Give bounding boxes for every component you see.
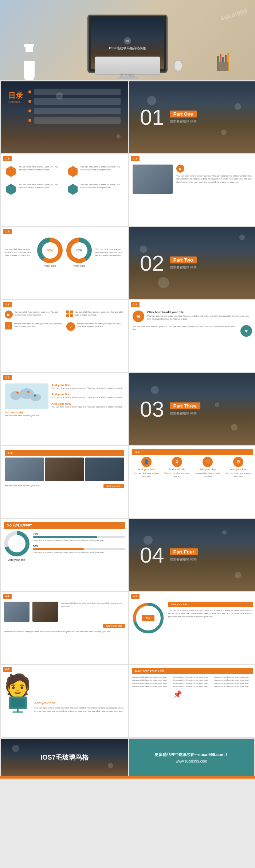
headphone-icon: ♪ xyxy=(66,322,75,331)
add-title-3-3: Add your title xyxy=(8,558,26,562)
presenter-4-3: 🧑 xyxy=(4,675,31,713)
vase-body xyxy=(24,61,35,80)
slide-2-2-content: ⊕ Click here to add your title. You can … xyxy=(133,310,252,337)
body-4-2: You can click here to enter your text. Y… xyxy=(168,609,253,618)
progress-fill-70 xyxy=(33,536,97,538)
slide-2-2-inner: 2-2 ⊕ Click here to add your title. You … xyxy=(129,300,255,340)
body-2-2: You can click here to enter your text. Y… xyxy=(147,315,252,321)
item-1-1-4: You can click here to enter your text. Y… xyxy=(67,183,124,196)
part-three-subtitle: 您需要在格格 格格 xyxy=(170,411,200,416)
slide-1-1: 1-1 You can click here to enter your tex… xyxy=(1,154,128,226)
pencils-decoration xyxy=(217,49,230,71)
text-area-1-2: ▶ You can click here to enter your text.… xyxy=(176,165,252,194)
text-1-2-body: You can click here to enter your text. Y… xyxy=(176,174,252,184)
contents-list xyxy=(28,89,121,148)
slide-3-3-inner: 3-3 玩转大学PPT Add your title 70% xyxy=(1,519,128,564)
circle-chart-4-2: Title xyxy=(132,602,165,634)
contents-subtitle: Contents xyxy=(8,100,23,104)
bar-3 xyxy=(34,108,121,114)
pie-2: 40% Your Title xyxy=(66,238,92,267)
slide-2-2: 2-2 ⊕ Click here to add your title. You … xyxy=(129,300,255,372)
slide-3-2-inner: 3-2 👤 Add your title You can click here … xyxy=(129,446,255,481)
part-one-content: Part One 您需要在格格 格格 xyxy=(170,111,197,124)
slide-4-1-label: 4-1 xyxy=(3,594,12,599)
col-3-2-2: ✗ Add your title You can click here to e… xyxy=(162,457,191,478)
site-watermark: sucai999 xyxy=(220,8,248,22)
text-4-4-1: You can click here to enter your text. Y… xyxy=(132,676,171,688)
body-4-3: You can click here to enter your text. Y… xyxy=(34,706,125,713)
watermark: 黄鸟图库 xyxy=(120,73,135,78)
map-pin-2 xyxy=(27,391,30,393)
bokeh-part2-3 xyxy=(239,235,245,240)
slide-1-3: 1-3 You can click here to enter your tex… xyxy=(1,227,128,299)
svg-marker-1 xyxy=(6,184,16,195)
part-four-subtitle: 您需要在格格 格格 xyxy=(170,557,198,562)
row-bottom-2-2: You can click here to enter your text. Y… xyxy=(133,325,252,337)
hex-container-1 xyxy=(5,165,16,178)
slide-4-4-grid: You can click here to enter your text. Y… xyxy=(132,676,253,699)
text-side-1-3-right: You can click here to enter your text te… xyxy=(95,248,124,257)
slide-1-1-label: 1-1 xyxy=(3,156,12,161)
donut-inner-70 xyxy=(8,535,26,552)
bokeh-part1-1 xyxy=(147,96,156,105)
body-2-2-left: You can click here to enter your text. Y… xyxy=(133,325,238,331)
keyboard xyxy=(95,57,160,75)
hex-container-4 xyxy=(67,183,78,196)
text-content-3: You can click here to enter your text. Y… xyxy=(19,183,62,189)
slide-3-1-inner: 3-1 You can click here to enter your tex… xyxy=(1,446,128,492)
circle-svg: Title xyxy=(132,602,165,634)
grid-cell-2 xyxy=(70,310,73,313)
item-1-1-1: You can click here to enter your text. Y… xyxy=(5,165,62,178)
grid-cell-4 xyxy=(70,314,73,317)
slide-1-2-content: ▶ You can click here to enter your text.… xyxy=(133,165,252,194)
hex-svg-4 xyxy=(67,183,78,196)
play-button-1-2[interactable]: ▶ xyxy=(176,165,184,173)
body-2-3-1: You can click here to enter your text. Y… xyxy=(51,387,124,390)
slide-2-1-grid: ▶ You can click here to enter your text.… xyxy=(5,310,124,331)
text-content-1: You can click here to enter your text. Y… xyxy=(19,165,62,171)
slide-4-2-content: Title Add your title You can click here … xyxy=(132,602,253,634)
dot-3 xyxy=(28,109,31,112)
contents-item-1 xyxy=(28,89,121,95)
col-title-3-2-4: Add your title xyxy=(230,468,247,471)
monitor-container: ios IOS7毛玻璃鸟格高档模板 黄鸟图库 sucai999 xyxy=(0,0,255,80)
item-1-1-3: You can click here to enter your text. Y… xyxy=(5,183,62,196)
title-2-3-2: Add your title. xyxy=(51,393,124,396)
col-4-4-1: You can click here to enter your text. Y… xyxy=(132,676,171,699)
slide-4-2-label: 4-2 xyxy=(131,594,140,599)
slide-3-3-bar: 3-3 玩转大学PPT xyxy=(4,522,125,529)
hex-container-2 xyxy=(67,165,78,178)
slide-2-3-label: 2-3 xyxy=(3,375,12,380)
bokeh-part4-3 xyxy=(222,530,227,535)
row-top-2-2: ⊕ Click here to add your title. You can … xyxy=(133,310,252,322)
hex-svg-2 xyxy=(67,165,78,178)
text-progress-55: You can click here to enter your text. Y… xyxy=(33,551,125,554)
screen-4-3 xyxy=(9,697,27,709)
text-2-3-2: Add your title. You can click here to en… xyxy=(51,393,124,399)
slide-3-3: 3-3 玩转大学PPT Add your title 70% xyxy=(1,519,128,591)
text-2-2-top: Click here to add your title. You can cl… xyxy=(147,310,252,322)
text-1-3-left: You can click here to enter your text te… xyxy=(5,248,34,257)
slide-3-1: 3-1 You can click here to enter your tex… xyxy=(1,446,128,518)
map-bottom-title: Add your title. You can click here to en… xyxy=(5,411,48,417)
bar-4 xyxy=(34,117,121,124)
col-4-4-2: You can click here to enter your text. Y… xyxy=(173,676,212,699)
text-1-1-4: You can click here to enter your text. Y… xyxy=(81,183,124,189)
dot-2 xyxy=(28,100,31,103)
slide-4-4-bar: 4-4 Enter Your Title xyxy=(132,668,253,674)
hero-section: ios IOS7毛玻璃鸟格高档模板 黄鸟图库 sucai999 xyxy=(0,0,255,80)
pie-40-label: 40% xyxy=(71,242,87,259)
slide-1-3-content: You can click here to enter your text te… xyxy=(5,238,124,267)
screen-inner-4-3 xyxy=(11,698,25,707)
part-two-content: Part Two 您需要在格格 格格 xyxy=(170,256,197,270)
item-2-1-2: You can click here to enter your text. Y… xyxy=(66,310,124,319)
slide-1-2-inner: 1-2 ▶ You can click here to enter your t… xyxy=(129,154,255,197)
icon-play-1: ▶ xyxy=(5,310,13,319)
footer-url: www.sucai999.com xyxy=(176,759,207,763)
bokeh-part2-2 xyxy=(158,277,169,288)
item-1-1-2: You can click here to enter your text. Y… xyxy=(67,165,124,178)
text-area-4-3: Add your title You can click here to ent… xyxy=(34,701,125,713)
text-1-1-2: You can click here to enter your text. Y… xyxy=(81,165,124,171)
col-text-3-2-4: You can click here to enter your text xyxy=(224,472,253,478)
contents-inner: 目录 Contents xyxy=(1,81,128,153)
